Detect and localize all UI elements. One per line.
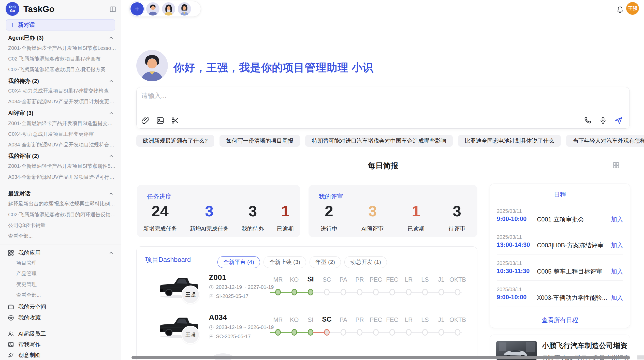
milestone-dot: [438, 289, 444, 295]
suggestion-chip[interactable]: 如何写一份清晰的项目周报: [219, 135, 300, 147]
section-my-review[interactable]: 我的评审 (2): [8, 152, 107, 160]
project-code: Z001: [209, 273, 226, 282]
suggestion-chips: 欧洲新规最近颁布了什么? 如何写一份清晰的项目周报 特朗普可能对进口汽车增税会对…: [136, 135, 631, 147]
sidebar-item-ai-staff[interactable]: AI超级员工: [8, 330, 116, 338]
sidebar-item[interactable]: C02-飞腾新能源轻客改款项目立项汇报方案: [8, 66, 116, 73]
sidebar-collapse-icon[interactable]: [109, 6, 116, 13]
filter-all-platform[interactable]: 全新平台 (4): [217, 256, 260, 268]
view-all-schedule-link[interactable]: 查看所有日程: [490, 316, 630, 324]
schedule-event-title: C001-立项审批会: [537, 215, 584, 223]
divider: [0, 185, 121, 185]
suggestion-chip[interactable]: 欧洲新规最近颁布了什么?: [136, 135, 214, 147]
sidebar-item[interactable]: A034-全新新能源MUV产品开发项目造型可行性评审: [8, 174, 116, 181]
apps-view-all[interactable]: 查看全部...: [16, 292, 116, 299]
scrollbar-corner: [637, 355, 644, 359]
section-my-todo[interactable]: 我的待办 (2): [8, 77, 107, 85]
join-meeting-button[interactable]: 加入: [611, 241, 623, 249]
chevron-up-icon[interactable]: [108, 153, 114, 159]
app-title: TaskGo: [23, 4, 54, 14]
agent-avatar[interactable]: [178, 2, 191, 16]
filter-model-year[interactable]: 年型 (2): [310, 256, 341, 268]
stat-label: 进行中: [320, 225, 337, 233]
stat-label: AI预评审: [361, 225, 384, 233]
project-dashboard-card: 项目Dashboard 全新平台 (4) 全新上装 (3) 年型 (2) 动总开…: [136, 246, 477, 360]
milestone-dot: [341, 329, 346, 336]
chevron-up-icon[interactable]: [108, 250, 114, 256]
section-ai-review[interactable]: AI评审 (3): [8, 109, 107, 117]
agent-avatar[interactable]: [162, 2, 175, 16]
recent-chat-item[interactable]: 解释最新出台的欧盟报废车法规再生塑料比例被调至15%...: [8, 200, 116, 207]
divider: [497, 254, 623, 254]
milestone-label: PA: [335, 276, 352, 283]
sidebar-item-creative-draw[interactable]: 创意制图: [8, 351, 116, 359]
suggestion-chip[interactable]: 比亚迪全固态电池计划具体说了什么: [458, 135, 561, 147]
agent-avatar[interactable]: [146, 2, 159, 16]
phone-icon[interactable]: [584, 116, 592, 125]
milestone-label-current: SC: [319, 316, 335, 323]
app-item-change-mgmt[interactable]: 变更管理: [16, 281, 116, 288]
layout-grid-icon[interactable]: [612, 162, 620, 169]
recent-chat-item[interactable]: C02-飞腾新能源轻客改款项目的闭环通告反馈情况: [8, 211, 116, 218]
chevron-up-icon[interactable]: [108, 191, 114, 197]
section-agent-done[interactable]: Agent已办 (3): [8, 34, 107, 42]
milestone-dot-done: [308, 329, 313, 336]
favorites-label: 我的收藏: [18, 314, 41, 322]
taskgo-app: Task Go TaskGo 新对话 Agent已办 (3) Z001-全新燃油…: [0, 0, 644, 360]
recent-chat-item[interactable]: 公司Q3轻卡销量: [8, 222, 116, 229]
dashboard-filters: 全新平台 (4) 全新上装 (3) 年型 (2) 动总开发 (1): [217, 256, 387, 268]
join-meeting-button[interactable]: 加入: [611, 215, 623, 223]
recent-chats-view-all[interactable]: 查看全部...: [8, 233, 116, 240]
milestone-label: LR: [401, 276, 417, 283]
chat-input[interactable]: [141, 91, 574, 110]
scissors-icon[interactable]: [171, 116, 179, 125]
app-item-product-mgmt[interactable]: 产品管理: [16, 270, 116, 277]
schedule-card: 日程 2025/03/11 9:00-10:00 C001-立项审批会 加入 2…: [490, 184, 630, 328]
sidebar-item-help-write[interactable]: 帮我写作: [8, 340, 116, 349]
sidebar-item[interactable]: A034-全新新能源MUV产品开发项目计划变更表编写: [8, 98, 116, 105]
sidebar-item[interactable]: C0X4-动力总成开发项目工程变更评审: [8, 131, 116, 138]
sidebar-item[interactable]: C0X4-动力总成开发项目SI里程碑提交物检查: [8, 87, 116, 95]
suggestion-chip[interactable]: 当下年轻人对汽车外观有怎样的喜好趋势: [566, 135, 644, 147]
milestone-dot: [422, 329, 428, 336]
milestone-label: MR: [270, 276, 286, 283]
new-chat-button[interactable]: 新对话: [6, 19, 115, 31]
sidebar-item-cloud-space[interactable]: 我的云空间: [8, 303, 116, 311]
sidebar-item[interactable]: Z001-全新燃油轻卡产品开发项目SI造型提交物评审: [8, 120, 116, 127]
chevron-up-icon[interactable]: [108, 78, 114, 84]
project-owner-badge: 王强: [181, 286, 200, 304]
filter-new-body[interactable]: 全新上装 (3): [264, 256, 306, 268]
sidebar-item-my-apps[interactable]: 我的应用: [8, 249, 116, 257]
project-node-text: SI-2025-05-17: [216, 293, 248, 299]
owner-name: 王强: [185, 291, 196, 298]
schedule-time: 9:00-10:00: [497, 215, 526, 222]
image-icon: [8, 341, 14, 348]
section-recent-chats[interactable]: 最近对话: [8, 190, 107, 198]
chevron-up-icon[interactable]: [108, 35, 114, 41]
add-conversation-button[interactable]: [130, 2, 144, 16]
microphone-icon[interactable]: [599, 116, 608, 125]
horizontal-scrollbar[interactable]: [131, 356, 630, 359]
clock-icon: [209, 285, 214, 290]
chevron-up-icon[interactable]: [108, 110, 114, 116]
notifications-bell-icon[interactable]: [616, 6, 624, 14]
send-icon[interactable]: [614, 116, 623, 125]
project-dates: 2023-12-19 ~ 2027-01-19: [209, 284, 274, 290]
milestone-dot: [324, 289, 330, 295]
user-avatar[interactable]: 王强: [626, 2, 639, 15]
join-meeting-button[interactable]: 加入: [611, 294, 623, 302]
schedule-event-title: X003-车辆动力学性能验...: [537, 294, 607, 302]
suggestion-chip[interactable]: 特朗普可能对进口汽车增税会对中国车企造成哪些影响: [305, 135, 453, 147]
sidebar-item[interactable]: C02-飞腾新能源轻客改款项目里程碑画布: [8, 55, 116, 63]
sidebar-item[interactable]: Z001-全新燃油皮卡产品开发项目SI节点Lesson Learn报告: [8, 45, 116, 52]
help-write-label: 帮我写作: [18, 341, 41, 348]
sidebar-item[interactable]: A034-全新新能源MUV产品开发项目法规符合性评审: [8, 141, 116, 148]
filter-powertrain[interactable]: 动总开发 (1): [344, 256, 387, 268]
app-item-project-mgmt[interactable]: 项目管理: [16, 260, 116, 267]
image-upload-icon[interactable]: [156, 116, 165, 125]
sidebar-item-favorites[interactable]: 我的收藏: [8, 314, 116, 322]
sidebar-item[interactable]: Z001-全新燃油轻卡产品开发项目SI节点属性5D文件评审: [8, 163, 116, 170]
attachment-icon[interactable]: [141, 116, 150, 125]
join-meeting-button[interactable]: 加入: [611, 267, 623, 276]
project-owner-badge: 王强: [181, 326, 200, 344]
milestone-dot-done: [308, 289, 313, 295]
